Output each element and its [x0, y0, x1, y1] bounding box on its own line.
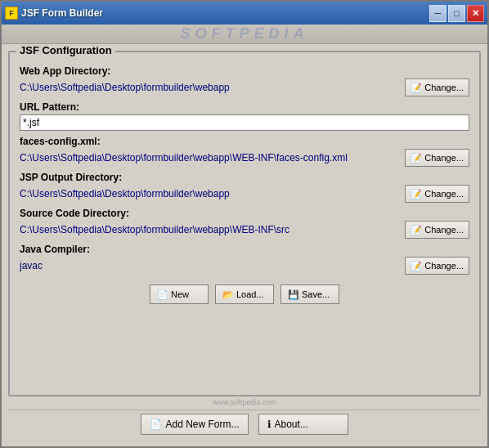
url-pattern-input[interactable]: [20, 114, 469, 131]
change-icon-2: 📝: [410, 153, 422, 164]
faces-config-change-button[interactable]: 📝 Change...: [405, 149, 469, 167]
window-title: JSF Form Builder: [21, 7, 103, 19]
change-icon-0: 📝: [410, 83, 422, 93]
jsp-output-change-button[interactable]: 📝 Change...: [405, 185, 469, 203]
faces-config-row: C:\Users\Softpedia\Desktop\formbuilder\w…: [20, 149, 469, 167]
group-content: Web App Directory: C:\Users\Softpedia\De…: [20, 65, 469, 307]
jsp-output-row: C:\Users\Softpedia\Desktop\formbuilder\w…: [20, 185, 469, 203]
about-label: About...: [275, 419, 308, 430]
add-form-label: Add New Form...: [165, 419, 239, 430]
change-icon-4: 📝: [410, 225, 422, 235]
content-area: JSF Configuration Web App Directory: C:\…: [2, 44, 487, 446]
jsp-output-section: JSP Output Directory: C:\Users\Softpedia…: [20, 172, 469, 203]
source-code-change-button[interactable]: 📝 Change...: [405, 221, 469, 239]
title-bar-left: F JSF Form Builder: [5, 7, 103, 20]
faces-config-label: faces-config.xml:: [20, 136, 469, 147]
app-icon: F: [5, 7, 18, 20]
change-label-0: Change...: [424, 83, 464, 92]
source-code-row: C:\Users\Softpedia\Desktop\formbuilder\w…: [20, 221, 469, 239]
softpedia-watermark-top: SOFTPEDIA: [180, 25, 308, 43]
new-label: New: [171, 289, 189, 299]
group-title: JSF Configuration: [16, 44, 115, 56]
new-icon: 📄: [157, 289, 168, 300]
softpedia-bar: SOFTPEDIA: [2, 25, 487, 44]
change-icon-3: 📝: [410, 189, 422, 199]
add-new-form-button[interactable]: 📄 Add New Form...: [141, 414, 248, 435]
app-icon-letter: F: [9, 9, 14, 17]
faces-config-section: faces-config.xml: C:\Users\Softpedia\Des…: [20, 136, 469, 167]
load-icon: 📂: [222, 289, 234, 300]
url-pattern-label: URL Pattern:: [20, 101, 469, 113]
change-icon-5: 📝: [410, 261, 422, 271]
about-button[interactable]: ℹ About...: [258, 414, 348, 435]
java-compiler-change-button[interactable]: 📝 Change...: [405, 257, 469, 275]
main-window: F JSF Form Builder ─ □ ✕ SOFTPEDIA JSF C…: [0, 0, 489, 448]
change-label-3: Change...: [424, 189, 464, 199]
change-label-5: Change...: [424, 261, 464, 271]
web-app-dir-row: C:\Users\Softpedia\Desktop\formbuilder\w…: [20, 78, 469, 96]
new-button[interactable]: 📄 New: [150, 284, 209, 304]
load-label: Load...: [236, 289, 264, 299]
add-form-icon: 📄: [150, 419, 162, 430]
minimize-button[interactable]: ─: [429, 5, 446, 22]
java-compiler-section: Java Compiler: javac 📝 Change...: [20, 244, 469, 275]
load-button[interactable]: 📂 Load...: [215, 284, 274, 304]
jsp-output-value: C:\Users\Softpedia\Desktop\formbuilder\w…: [20, 188, 400, 199]
close-button[interactable]: ✕: [467, 5, 484, 22]
source-code-value: C:\Users\Softpedia\Desktop\formbuilder\w…: [20, 224, 400, 235]
about-icon: ℹ: [267, 419, 271, 430]
title-bar: F JSF Form Builder ─ □ ✕: [2, 2, 487, 25]
web-app-dir-section: Web App Directory: C:\Users\Softpedia\De…: [20, 65, 469, 96]
footer-bar: 📄 Add New Form... ℹ About...: [8, 410, 481, 440]
faces-config-value: C:\Users\Softpedia\Desktop\formbuilder\w…: [20, 152, 400, 164]
save-icon: 💾: [288, 289, 299, 300]
java-compiler-row: javac 📝 Change...: [20, 257, 469, 275]
jsf-config-group: JSF Configuration Web App Directory: C:\…: [8, 51, 481, 396]
change-label-4: Change...: [424, 225, 464, 235]
url-pattern-section: URL Pattern:: [20, 101, 469, 131]
java-compiler-label: Java Compiler:: [20, 244, 469, 255]
java-compiler-value: javac: [20, 260, 400, 271]
web-app-dir-label: Web App Directory:: [20, 65, 469, 77]
web-app-dir-value: C:\Users\Softpedia\Desktop\formbuilder\w…: [20, 82, 400, 93]
save-label: Save...: [302, 289, 330, 299]
maximize-button[interactable]: □: [448, 5, 465, 22]
change-label-2: Change...: [424, 153, 464, 163]
source-code-label: Source Code Directory:: [20, 208, 469, 219]
softpedia-watermark-bottom: www.softpedia.com: [8, 396, 481, 408]
source-code-section: Source Code Directory: C:\Users\Softpedi…: [20, 208, 469, 239]
jsp-output-label: JSP Output Directory:: [20, 172, 469, 183]
toolbar: 📄 New 📂 Load... 💾 Save...: [20, 280, 469, 307]
web-app-dir-change-button[interactable]: 📝 Change...: [405, 78, 469, 96]
save-button[interactable]: 💾 Save...: [280, 284, 339, 304]
window-controls: ─ □ ✕: [429, 5, 484, 22]
